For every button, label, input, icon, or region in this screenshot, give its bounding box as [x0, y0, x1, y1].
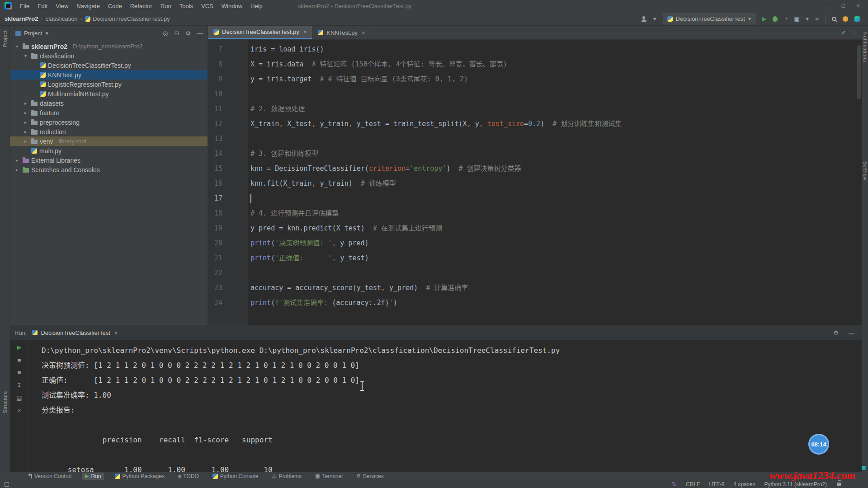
menu-item-tools[interactable]: Tools — [176, 1, 197, 11]
tree-item[interactable]: ▸datasets — [10, 99, 208, 108]
menu-item-refactor[interactable]: Refactor — [127, 1, 156, 11]
editor-code[interactable]: iris = load_iris()X = iris.data # 特征矩阵 (… — [248, 40, 862, 325]
line-number[interactable]: 21 — [208, 251, 222, 266]
breadcrumb-item[interactable]: DecisionTreeClassifierTest.py — [85, 15, 170, 22]
code-line[interactable]: X = iris.data # 特征矩阵 (150个样本, 4个特征: 萼长、萼… — [250, 57, 862, 72]
line-number[interactable]: 15 — [208, 161, 222, 176]
tool-window-button-todo[interactable]: ≡TODO — [175, 473, 202, 480]
chevron-right-icon[interactable]: ▸ — [14, 158, 20, 163]
menu-item-code[interactable]: Code — [104, 1, 126, 11]
close-icon[interactable]: × — [857, 3, 860, 9]
settings-gear-icon[interactable]: ⚙ — [833, 329, 839, 336]
print-icon[interactable]: ▤ — [16, 394, 22, 401]
menu-item-window[interactable]: Window — [218, 1, 246, 11]
menu-item-file[interactable]: File — [16, 1, 33, 11]
status-item[interactable]: 4 spaces — [733, 481, 755, 488]
menu-item-view[interactable]: View — [52, 1, 72, 11]
hide-panel-icon[interactable]: — — [197, 30, 203, 37]
run-console[interactable]: D:\python_pro\sklearnPro2\venv\Scripts\p… — [29, 340, 862, 472]
chevron-right-icon[interactable]: ▸ — [22, 101, 29, 106]
tree-item[interactable]: ▸reduction — [10, 127, 208, 136]
chevron-right-icon[interactable]: ▸ — [14, 167, 20, 172]
lock-icon[interactable] — [837, 483, 841, 486]
menu-item-help[interactable]: Help — [247, 1, 266, 11]
breadcrumb-item[interactable]: sklearnPro2 — [5, 15, 38, 22]
menu-item-vcs[interactable]: VCS — [198, 1, 217, 11]
tree-item[interactable]: ▸External Libraries — [10, 155, 208, 165]
settings-gear-icon[interactable]: ⚙ — [185, 30, 191, 37]
code-line[interactable]: knn = DecisionTreeClassifier(criterion='… — [250, 161, 862, 176]
stop-button[interactable]: ■ — [815, 15, 819, 22]
code-editor[interactable]: 789101112131415161718192021222324 iris =… — [208, 40, 862, 325]
menu-item-run[interactable]: Run — [157, 1, 175, 11]
tool-window-button-python-console[interactable]: Python Console — [210, 473, 261, 480]
tree-item[interactable]: ▸Scratches and Consoles — [10, 165, 208, 174]
tree-item[interactable]: ▾sklearnPro2D:\python_pro\sklearnPro2 — [10, 42, 208, 51]
code-line[interactable]: knn.fit(X_train, y_train) # 训练模型 — [250, 176, 862, 191]
code-line[interactable] — [250, 131, 862, 146]
tool-window-button-services[interactable]: ⚙Services — [354, 473, 387, 480]
collaboration-icon[interactable] — [641, 16, 647, 22]
rerun-icon[interactable]: ▶ — [17, 344, 22, 351]
chevron-down-icon[interactable]: ▾ — [14, 44, 20, 49]
tool-window-stripe-sciview[interactable]: SciView — [863, 161, 868, 180]
chevron-right-icon[interactable]: ▸ — [22, 139, 29, 144]
tree-item[interactable]: ▸preprocessing — [10, 117, 208, 127]
minimize-panel-icon[interactable]: — — [849, 329, 854, 336]
chevron-right-icon[interactable]: ▸ — [22, 110, 29, 115]
tool-window-button-version-control[interactable]: Version Control — [26, 473, 74, 480]
code-line[interactable] — [250, 191, 862, 206]
editor-scrollbar[interactable] — [857, 45, 861, 99]
breadcrumb-item[interactable]: classfication — [46, 15, 78, 22]
line-number[interactable]: 16 — [208, 176, 222, 191]
line-number[interactable]: 9 — [208, 72, 222, 87]
menu-item-navigate[interactable]: Navigate — [73, 1, 103, 11]
sync-icon[interactable]: ↻ — [672, 481, 677, 488]
code-line[interactable]: print(f'测试集准确率: {accuracy:.2f}') — [250, 296, 862, 310]
inspections-ok-icon[interactable]: ✔ — [841, 29, 846, 36]
update-indicator-icon[interactable] — [843, 16, 848, 22]
tree-item[interactable]: ▸feature — [10, 108, 208, 117]
close-icon[interactable]: × — [362, 29, 365, 36]
tree-item[interactable]: ▸venvlibrary root — [10, 136, 208, 146]
status-item[interactable]: UTF-8 — [709, 481, 724, 488]
maximize-icon[interactable]: □ — [842, 3, 845, 9]
project-panel-title[interactable]: Project — [24, 30, 42, 37]
line-number[interactable]: 11 — [208, 102, 222, 117]
run-tab[interactable]: DecisionTreeClassifierTest × — [32, 329, 118, 336]
chevron-down-icon[interactable]: ▾ — [653, 15, 656, 22]
stop-icon[interactable]: ■ — [18, 357, 21, 363]
code-line[interactable]: # 2. 数据预处理 — [250, 102, 862, 117]
chevron-right-icon[interactable]: ▸ — [22, 120, 29, 125]
tree-item[interactable]: KNNTest.py — [10, 70, 208, 80]
status-item[interactable]: Python 3.11 (sklearnPro2) — [764, 481, 827, 488]
code-line[interactable]: X_train, X_test, y_train, y_test = train… — [250, 117, 862, 131]
code-line[interactable]: # 3. 创建和训练模型 — [250, 146, 862, 161]
status-item[interactable]: CRLF — [686, 481, 700, 488]
code-line[interactable] — [250, 87, 862, 102]
tool-window-button-problems[interactable]: ⚠Problems — [269, 473, 305, 480]
run-configuration-select[interactable]: DecisionTreeClassifierTest ▾ — [663, 14, 756, 24]
tree-item[interactable]: MultinomialNBTest.py — [10, 89, 208, 99]
coverage-button[interactable]: ▣ — [794, 15, 799, 22]
code-line[interactable] — [250, 266, 862, 281]
tool-window-stripe-project[interactable]: Project — [2, 30, 8, 47]
menu-item-edit[interactable]: Edit — [34, 1, 51, 11]
tool-window-button-run[interactable]: ▶Run — [82, 473, 104, 480]
line-number[interactable]: 10 — [208, 87, 222, 102]
search-icon[interactable] — [832, 17, 836, 21]
line-number[interactable]: 8 — [208, 57, 222, 72]
chevron-down-icon[interactable]: ▾ — [806, 15, 809, 22]
tool-window-button-python-packages[interactable]: Python Packages — [112, 473, 167, 480]
line-number[interactable]: 22 — [208, 266, 222, 281]
tree-item[interactable]: ▾classfication — [10, 51, 208, 61]
run-button[interactable]: ▶ — [762, 15, 766, 22]
code-line[interactable]: print('决策树预测值: ', y_pred) — [250, 236, 862, 251]
ide-status-icon[interactable] — [854, 16, 860, 22]
minimize-icon[interactable]: — — [825, 3, 830, 9]
line-number[interactable]: 7 — [208, 42, 222, 57]
tool-window-button-terminal[interactable]: ▣Terminal — [312, 473, 345, 480]
chevron-down-icon[interactable]: ▾ — [22, 53, 29, 58]
debug-button[interactable] — [773, 16, 778, 22]
tree-item[interactable]: DecisionTreeClassifierTest.py — [10, 61, 208, 70]
